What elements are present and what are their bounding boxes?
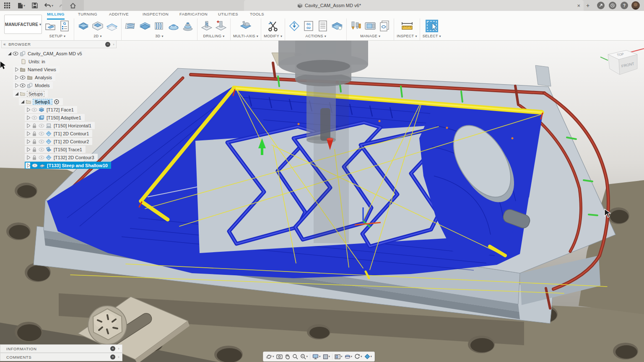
tab-fabrication[interactable]: FABRICATION [179,12,208,18]
templates-button[interactable] [378,19,391,33]
browser-item-face1[interactable]: [T172] Face1 [25,106,77,113]
expand-arrow-icon[interactable] [26,163,30,168]
expand-arrow-icon[interactable] [20,99,24,105]
browser-item-trace1[interactable]: [T150] Trace1 [25,146,86,153]
viewports-icon[interactable]: ▾ [334,352,343,361]
post-process-button[interactable]: G1G2 [302,19,315,33]
visual-style-icon[interactable]: ▾ [322,352,331,361]
machine-library-button[interactable] [364,19,377,33]
parallel-button[interactable] [153,19,166,33]
trim-toolpath-button[interactable] [266,19,280,33]
browser-minimize-icon[interactable]: − [105,42,110,47]
information-panel-header[interactable]: INFORMATION + › [0,344,122,353]
expand-arrow-icon[interactable] [14,91,18,97]
browser-item-2d-contour1[interactable]: [T1] 2D Contour1 [25,130,92,137]
viewport-3d-scene[interactable]: Jergens 935004 [0,0,644,362]
browser-item-2d-contour2[interactable]: [T1] 2D Contour2 [25,138,92,145]
help-icon[interactable]: ? [621,2,628,9]
bore-button[interactable] [214,19,228,33]
pocket-clearing-button[interactable] [138,19,152,33]
file-menu-icon[interactable]: ▾ [16,0,27,11]
browser-item-analysis[interactable]: Analysis [13,74,55,81]
ramp-button[interactable] [181,19,195,33]
home-tab[interactable] [62,0,84,11]
browser-item-root[interactable]: Cavity_CAM_Assm MD v5 [6,50,86,57]
simulate-button[interactable] [330,19,344,33]
visibility-icon[interactable] [39,155,44,160]
browser-item-steep-and-shallow10[interactable]: [T133] Steep and Shallow10 [25,162,111,169]
expand-arrow-icon[interactable] [26,107,30,113]
zoom-icon[interactable] [291,352,299,361]
visibility-icon[interactable] [20,75,26,80]
visibility-icon[interactable] [39,123,44,129]
window-selection-button[interactable] [425,19,439,33]
new-document-tab-icon[interactable]: + [586,0,589,11]
expand-arrow-icon[interactable] [26,147,30,153]
scallop-button[interactable] [167,19,180,33]
comments-flyout-icon[interactable]: › [118,355,119,359]
visibility-icon[interactable] [39,131,44,137]
tab-turning[interactable]: TURNING [78,12,97,18]
app-grid-icon[interactable] [3,0,12,11]
adaptive-clearing-button[interactable] [124,19,138,33]
information-flyout-icon[interactable]: › [118,346,119,351]
visibility-icon[interactable] [20,83,26,88]
browser-item-setups[interactable]: Setups [13,90,48,97]
user-avatar[interactable] [631,1,640,10]
expand-arrow-icon[interactable] [14,83,18,88]
fit-icon[interactable]: ▾ [299,352,309,361]
expand-arrow-icon[interactable] [26,155,30,160]
visibility-icon[interactable] [39,147,44,153]
browser-item-models[interactable]: Models [13,82,53,89]
grid-and-snaps-icon[interactable]: ▾ [344,352,353,361]
comments-expand-icon[interactable]: + [110,354,115,359]
expand-arrow-icon[interactable] [26,115,30,121]
tab-inspection[interactable]: INSPECTION [143,12,169,18]
view-cube[interactable]: X TOP FRONT [599,42,644,84]
2d-pocket-button[interactable] [91,19,104,33]
2d-adaptive-button[interactable] [77,19,90,33]
collapse-browser-icon[interactable]: « [3,42,6,47]
measure-button[interactable] [400,19,414,33]
expand-arrow-icon[interactable] [14,75,18,80]
browser-item-horizontal1[interactable]: [T150] Horizontal1 [25,122,95,129]
pan-icon[interactable] [284,352,291,361]
visibility-icon[interactable] [32,163,38,168]
undo-icon[interactable]: ▾ [43,0,55,11]
toolpath-display-icon[interactable]: ▾ [364,352,373,361]
active-setup-target-icon[interactable] [54,99,60,105]
expand-arrow-icon[interactable] [14,67,18,72]
setup-sheet-button[interactable] [316,19,330,33]
multi-axis-machining-button[interactable] [239,19,252,33]
extensions-icon[interactable] [597,2,605,9]
visibility-icon[interactable] [39,139,44,145]
information-expand-icon[interactable]: + [110,346,115,351]
new-setup-button[interactable] [44,19,57,33]
generate-button[interactable] [288,19,301,33]
display-settings-icon[interactable]: ▾ [312,352,322,361]
drill-button[interactable] [200,19,213,33]
tab-utilities[interactable]: UTILITIES [218,12,238,18]
orbit-icon[interactable]: ▾ [265,352,275,361]
nc-program-button[interactable]: G [58,19,71,33]
comments-panel-header[interactable]: COMMENTS + › [0,353,122,361]
job-status-icon[interactable] [609,2,616,9]
expand-arrow-icon[interactable] [26,131,30,137]
close-tab-icon[interactable]: × [577,0,580,11]
refresh-icon[interactable]: ▾ [353,352,363,361]
workspace-selector[interactable]: MANUFACTURE▾ [4,15,42,34]
expand-arrow-icon[interactable] [26,123,30,129]
tool-library-button[interactable] [349,19,363,33]
browser-item-named-views[interactable]: Named Views [13,66,60,73]
browser-header[interactable]: « BROWSER − › [1,40,117,48]
tab-additive[interactable]: ADDITIVE [109,12,129,18]
browser-item-units[interactable]: Units: in [20,58,49,65]
browser-flyout-icon[interactable]: › [113,42,114,47]
document-tab[interactable]: × [244,0,584,11]
tab-tools[interactable]: TOOLS [250,12,264,18]
visibility-icon[interactable] [31,107,37,113]
browser-item-2d-contour3[interactable]: [T132] 2D Contour3 [25,154,98,161]
face-button[interactable] [105,19,119,33]
save-icon[interactable] [30,0,39,11]
look-at-icon[interactable] [275,352,283,361]
